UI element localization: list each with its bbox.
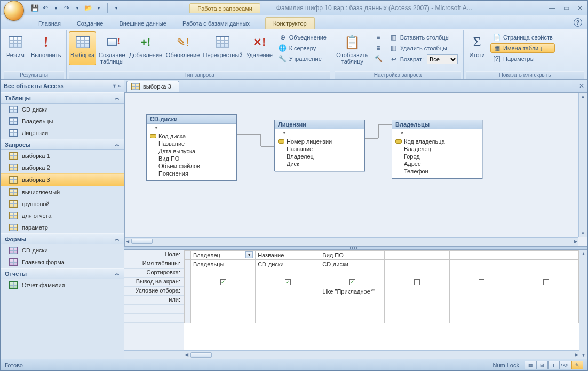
- show-table-button[interactable]: 📋 Отобразить таблицу: [335, 31, 370, 65]
- tab-database-tools[interactable]: Работа с базами данных: [174, 17, 258, 29]
- grid-cell[interactable]: [449, 296, 514, 305]
- restore-button[interactable]: ▭: [562, 4, 570, 12]
- field[interactable]: Город: [393, 153, 481, 160]
- nav-item[interactable]: для отчета: [1, 210, 124, 222]
- grid-cell[interactable]: [449, 287, 514, 296]
- grid-cell[interactable]: Владельцы: [191, 259, 256, 269]
- grid-cell[interactable]: [191, 305, 256, 314]
- grid-cell[interactable]: [191, 314, 256, 323]
- nav-item[interactable]: Отчет фамилия: [1, 279, 124, 291]
- grid-cell[interactable]: [514, 278, 578, 287]
- insert-columns-button[interactable]: ▥Вставить столбцы: [387, 33, 460, 42]
- grid-cell[interactable]: [256, 269, 320, 278]
- save-icon[interactable]: 💾: [30, 4, 39, 12]
- field[interactable]: Адрес: [393, 160, 481, 168]
- diagram-vscrollbar[interactable]: ▲▼: [578, 93, 587, 237]
- diagram-hscrollbar[interactable]: ◀▶: [125, 237, 578, 246]
- undo-icon[interactable]: ↶: [41, 4, 50, 12]
- nav-header[interactable]: Все объекты Access ▼«: [1, 80, 124, 92]
- totals-button[interactable]: Σ Итоги: [466, 31, 488, 65]
- checkbox[interactable]: ✓: [220, 279, 226, 285]
- nav-category-forms[interactable]: Формы︽: [1, 233, 124, 244]
- grid-cell[interactable]: [385, 305, 449, 314]
- grid-cell[interactable]: [256, 287, 320, 296]
- grid-cell[interactable]: [385, 287, 449, 296]
- select-query-button[interactable]: Выборка: [69, 31, 96, 65]
- field[interactable]: Код диска: [148, 132, 235, 140]
- grid-cell[interactable]: [320, 305, 385, 314]
- passthrough-button[interactable]: 🌐К серверу: [276, 43, 329, 53]
- sql-view-button[interactable]: SQL: [560, 361, 571, 369]
- nav-item[interactable]: вычисляемый: [1, 186, 124, 198]
- grid-cell[interactable]: [514, 259, 578, 269]
- field[interactable]: Объем файлов: [148, 162, 235, 170]
- close-button[interactable]: ✕: [576, 4, 584, 12]
- help-button[interactable]: ?: [574, 18, 582, 27]
- grid-cell[interactable]: ✓: [256, 278, 320, 287]
- grid-cell[interactable]: Like "Прикладное*": [320, 287, 385, 296]
- grid-cell[interactable]: ✓: [191, 278, 256, 287]
- delete-columns-button[interactable]: ▥Удалить столбцы: [387, 43, 460, 53]
- query-grid[interactable]: Владелец▼НазваниеВид ПОВладельцыCD-диски…: [184, 250, 579, 350]
- grid-cell[interactable]: Вид ПО: [320, 250, 385, 259]
- grid-cell[interactable]: [449, 278, 514, 287]
- grid-cell[interactable]: [514, 305, 578, 314]
- chevron-down-icon[interactable]: ▼: [112, 83, 117, 89]
- grid-cell[interactable]: Название: [256, 250, 320, 259]
- nav-category-queries[interactable]: Запросы︽: [1, 139, 124, 150]
- grid-cell[interactable]: ✓: [320, 278, 385, 287]
- checkbox[interactable]: ✓: [349, 279, 355, 285]
- grid-cell[interactable]: [385, 259, 449, 269]
- tab-external-data[interactable]: Внешние данные: [112, 17, 174, 29]
- grid-cell[interactable]: [191, 287, 256, 296]
- tab-design[interactable]: Конструктор: [265, 17, 315, 29]
- table-box-licenses[interactable]: Лицензии*Номер лицензииНазваниеВладелецД…: [274, 120, 365, 171]
- grid-cell[interactable]: [385, 278, 449, 287]
- grid-cell[interactable]: [514, 269, 578, 278]
- grid-cell[interactable]: [320, 269, 385, 278]
- nav-item[interactable]: CD-диски: [1, 244, 124, 256]
- field[interactable]: Название: [148, 140, 235, 147]
- checkbox[interactable]: [414, 279, 420, 285]
- grid-cell[interactable]: [449, 314, 514, 323]
- table-box-cd[interactable]: CD-диски*Код дискаНазваниеДата выпускаВи…: [146, 114, 237, 181]
- grid-cell[interactable]: [514, 296, 578, 305]
- field[interactable]: Владелец: [276, 153, 363, 160]
- grid-cell[interactable]: [320, 314, 385, 323]
- grid-cell[interactable]: [256, 305, 320, 314]
- grid-cell[interactable]: [514, 250, 578, 259]
- grid-cell[interactable]: [449, 269, 514, 278]
- nav-item[interactable]: групповой: [1, 198, 124, 210]
- return-select[interactable]: Все: [427, 54, 458, 64]
- nav-item[interactable]: выборка 2: [1, 162, 124, 173]
- nav-item[interactable]: выборка 3: [1, 173, 124, 186]
- minimize-button[interactable]: —: [548, 4, 557, 12]
- grid-cell[interactable]: [449, 305, 514, 314]
- chevron-down-icon[interactable]: ▾: [94, 4, 103, 12]
- grid-cell[interactable]: CD-диски: [256, 259, 320, 269]
- table-names-button[interactable]: ▦Имена таблиц: [490, 43, 555, 53]
- field[interactable]: Телефон: [393, 168, 481, 175]
- property-sheet-button[interactable]: 📄Страница свойств: [490, 33, 555, 42]
- view-button[interactable]: Режим: [4, 31, 27, 65]
- grid-hscrollbar[interactable]: ◀▶: [124, 350, 579, 359]
- field[interactable]: Название: [276, 145, 363, 153]
- parameters-button[interactable]: [?]Параметры: [490, 54, 555, 64]
- field[interactable]: Номер лицензии: [276, 138, 363, 145]
- datasheet-view-button[interactable]: ▦: [525, 361, 536, 369]
- nav-item[interactable]: параметр: [1, 222, 124, 233]
- grid-cell[interactable]: [320, 296, 385, 305]
- splitter[interactable]: [124, 246, 587, 250]
- document-tab[interactable]: выборка 3: [126, 81, 179, 92]
- nav-item[interactable]: Главная форма: [1, 256, 124, 268]
- grid-cell[interactable]: [449, 250, 514, 259]
- field[interactable]: Дата выпуска: [148, 147, 235, 155]
- tab-create[interactable]: Создание: [69, 17, 112, 29]
- run-button[interactable]: ! Выполнить: [28, 31, 63, 65]
- collapse-icon[interactable]: «: [118, 83, 121, 89]
- nav-item[interactable]: CD-диски: [1, 104, 124, 115]
- make-table-button[interactable]: ! Создание таблицы: [97, 31, 126, 65]
- grid-vscrollbar[interactable]: ▲▼: [579, 250, 587, 359]
- builder-button[interactable]: 🔨: [372, 54, 384, 64]
- delete-button[interactable]: ✕! Удаление: [244, 31, 274, 65]
